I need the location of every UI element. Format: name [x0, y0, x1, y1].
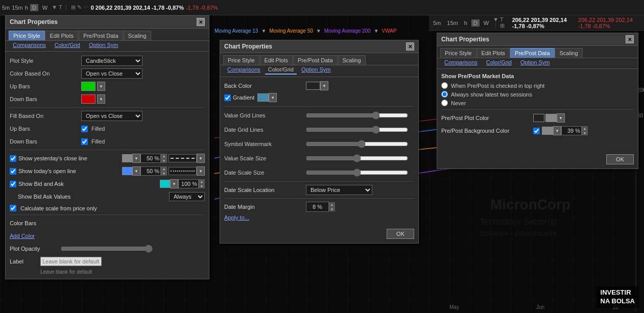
tab-comparisons[interactable]: Comparisons [9, 41, 50, 49]
calc-scale-checkbox[interactable] [10, 205, 16, 211]
dialog-3-tabs-row2: Comparisons Color/Grid Option Sym [437, 58, 638, 69]
dialog-2-close[interactable]: ✕ [406, 42, 414, 51]
prepost-bg-arrow[interactable]: ▼ [553, 126, 561, 135]
today-spin[interactable]: ▲▼ [161, 166, 167, 176]
down-bars-swatch[interactable] [81, 94, 96, 104]
yesterday-color-arrow[interactable]: ▼ [132, 154, 140, 163]
today-pct[interactable] [140, 166, 161, 176]
value-grid-slider[interactable] [306, 111, 408, 119]
bid-ask-checkbox[interactable] [10, 181, 16, 187]
date-margin-label: Date Margin [224, 204, 306, 210]
date-grid-slider[interactable] [306, 126, 408, 134]
toolbar-right-chart-type[interactable]: D [471, 19, 480, 27]
dialog-2-ok[interactable]: OK [387, 229, 414, 239]
d3-tab-color-grid[interactable]: Color/Grid [482, 58, 516, 66]
d2-tab-edit-plots[interactable]: Edit Plots [260, 55, 293, 65]
gradient-arrow[interactable]: ▼ [269, 93, 277, 102]
color-based-select[interactable]: Open vs Close [81, 68, 142, 79]
up-bars-arrow[interactable]: ▼ [97, 82, 105, 91]
tab-pre-post[interactable]: Pre/Post Data [79, 31, 123, 40]
today-color-arrow[interactable]: ▼ [132, 166, 140, 176]
up-bars-swatch[interactable] [81, 82, 96, 91]
dialog-1-close[interactable]: ✕ [197, 18, 205, 26]
toolbar-instrument[interactable]: W [40, 4, 50, 11]
value-scale-slider[interactable] [306, 154, 408, 162]
dialog-3-ok[interactable]: OK [606, 154, 634, 164]
tab-option-sym[interactable]: Option Sym [85, 41, 122, 49]
plot-opacity-slider[interactable] [61, 245, 153, 253]
bid-ask-spin[interactable]: ▲▼ [199, 179, 205, 188]
down-bars-arrow[interactable]: ▼ [97, 94, 105, 104]
tab-edit-plots[interactable]: Edit Plots [45, 31, 78, 40]
toolbar-h[interactable]: h [25, 5, 28, 11]
radio-never[interactable] [441, 100, 448, 106]
toolbar-5m[interactable]: 5m [2, 5, 10, 11]
fill-down-label: Down Bars [10, 138, 81, 145]
toolbar-right-timeframe-h[interactable]: h [462, 19, 469, 27]
toolbar-right-timeframe-5m[interactable]: 5m [431, 19, 443, 27]
radio-always[interactable] [441, 91, 448, 98]
yesterday-swatch[interactable] [122, 154, 132, 162]
date-scale-location-select[interactable]: Below Price Above Price [306, 185, 372, 195]
fill-down-checkbox[interactable] [81, 138, 88, 145]
label-input[interactable] [40, 257, 102, 266]
d3-tab-option-sym[interactable]: Option Sym [516, 58, 554, 66]
tab-scaling[interactable]: Scaling [124, 31, 151, 40]
tab-color-grid[interactable]: Color/Grid [51, 41, 84, 49]
toolbar-right-instrument[interactable]: W [482, 19, 491, 27]
d2-tab-color-grid[interactable]: Color/Grid [265, 65, 297, 75]
toolbar-chart-type[interactable]: D [30, 4, 38, 11]
d2-tab-price-style[interactable]: Price Style [223, 55, 259, 65]
gradient-checkbox[interactable] [224, 94, 231, 101]
yesterday-checkbox[interactable] [10, 155, 16, 162]
prepost-bg-swatch[interactable] [542, 127, 553, 135]
d3-tab-edit-plots[interactable]: Edit Plots [477, 48, 510, 58]
prepost-bg-checkbox[interactable] [533, 128, 540, 134]
bid-ask-color-arrow[interactable]: ▼ [170, 179, 178, 188]
d2-tab-option-sym[interactable]: Option Sym [297, 65, 335, 75]
add-color-link[interactable]: Add Color [10, 233, 35, 239]
bid-ask-swatch[interactable] [160, 180, 170, 188]
date-margin-spin[interactable]: ▲▼ [329, 202, 335, 211]
prepost-bg-pct[interactable] [561, 126, 582, 135]
d2-tab-scaling[interactable]: Scaling [338, 55, 366, 65]
date-scale-slider[interactable] [306, 168, 408, 177]
fill-based-select[interactable]: Open vs Close [81, 111, 142, 121]
radio-always-label: Always show latest two sessions [451, 91, 532, 98]
today-line-style[interactable] [169, 167, 197, 175]
prepost-plot-swatch1[interactable] [533, 114, 544, 122]
plot-style-select[interactable]: CandleStick [81, 56, 142, 66]
prepost-bg-spin[interactable]: ▲▼ [582, 126, 588, 135]
date-margin-input[interactable] [306, 202, 329, 212]
yesterday-style-arrow[interactable]: ▼ [197, 154, 205, 163]
apply-to-link[interactable]: Apply to... [224, 214, 249, 221]
d3-tab-scaling[interactable]: Scaling [555, 48, 583, 58]
dialog-3-close[interactable]: ✕ [626, 35, 634, 43]
d2-tab-comparisons[interactable]: Comparisons [223, 65, 265, 75]
d3-tab-pre-post[interactable]: Pre/Post Data [510, 48, 554, 58]
today-swatch[interactable] [122, 167, 132, 175]
gradient-swatch[interactable] [257, 93, 269, 102]
fill-up-checkbox[interactable] [81, 126, 88, 132]
today-checkbox[interactable] [10, 168, 16, 175]
yesterday-spin[interactable]: ▲▼ [161, 154, 167, 163]
toolbar-right-timeframe-15m[interactable]: 15m [445, 19, 460, 27]
invest-watermark: INVESTIRNA BOLSA [597, 286, 639, 308]
tab-price-style[interactable]: Price Style [9, 31, 45, 40]
d2-tab-pre-post[interactable]: Pre/Post Data [293, 55, 337, 65]
toolbar-15m[interactable]: 15m [12, 5, 22, 11]
yesterday-pct[interactable] [140, 154, 161, 163]
d3-tab-comparisons[interactable]: Comparisons [440, 58, 482, 66]
radio-when[interactable] [441, 82, 448, 89]
symbol-watermark-slider[interactable] [306, 140, 408, 148]
prepost-plot-arrow[interactable]: ▼ [557, 113, 565, 123]
bid-ask-values-select[interactable]: Always [169, 192, 205, 201]
back-color-swatch[interactable] [306, 82, 320, 90]
yesterday-line-style[interactable] [169, 154, 197, 162]
prepost-plot-swatch2[interactable] [545, 114, 557, 122]
bid-ask-pct[interactable] [178, 179, 199, 188]
today-style-arrow[interactable]: ▼ [197, 166, 205, 176]
d3-tab-price-style[interactable]: Price Style [440, 48, 476, 58]
yesterday-inner: Show yesterday's close line ▼ ▲▼ ▼ [10, 154, 205, 163]
back-color-arrow[interactable]: ▼ [320, 81, 328, 90]
